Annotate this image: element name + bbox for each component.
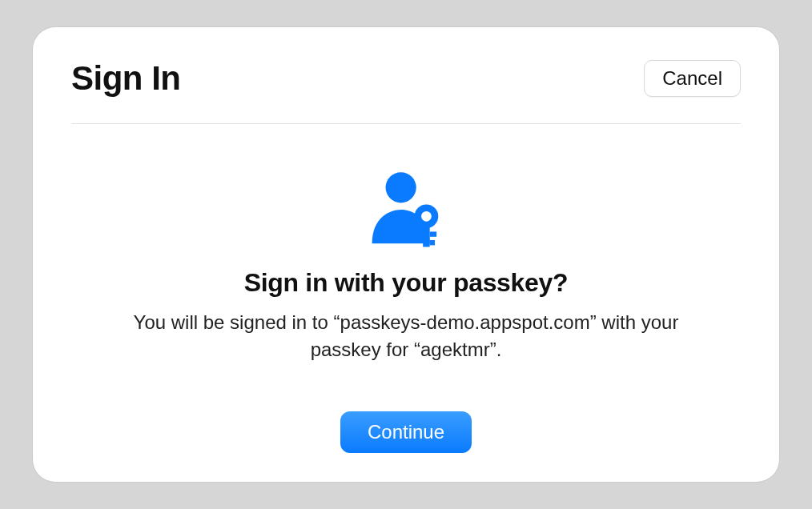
sign-in-dialog: Sign In Cancel Sign in with your passkey…: [33, 27, 779, 482]
svg-rect-3: [423, 225, 429, 247]
cancel-button[interactable]: Cancel: [644, 60, 741, 97]
svg-rect-4: [430, 231, 436, 236]
dialog-header: Sign In Cancel: [71, 59, 741, 124]
prompt-description: You will be signed in to “passkeys-demo.…: [110, 309, 702, 363]
dialog-footer: Continue: [71, 392, 741, 453]
continue-button[interactable]: Continue: [340, 411, 472, 453]
svg-point-2: [421, 211, 432, 222]
dialog-title: Sign In: [71, 59, 181, 98]
dialog-body: Sign in with your passkey? You will be s…: [71, 124, 741, 392]
passkey-user-key-icon: [364, 169, 448, 254]
svg-point-0: [386, 172, 416, 202]
prompt-heading: Sign in with your passkey?: [244, 268, 569, 298]
svg-rect-5: [430, 240, 435, 245]
